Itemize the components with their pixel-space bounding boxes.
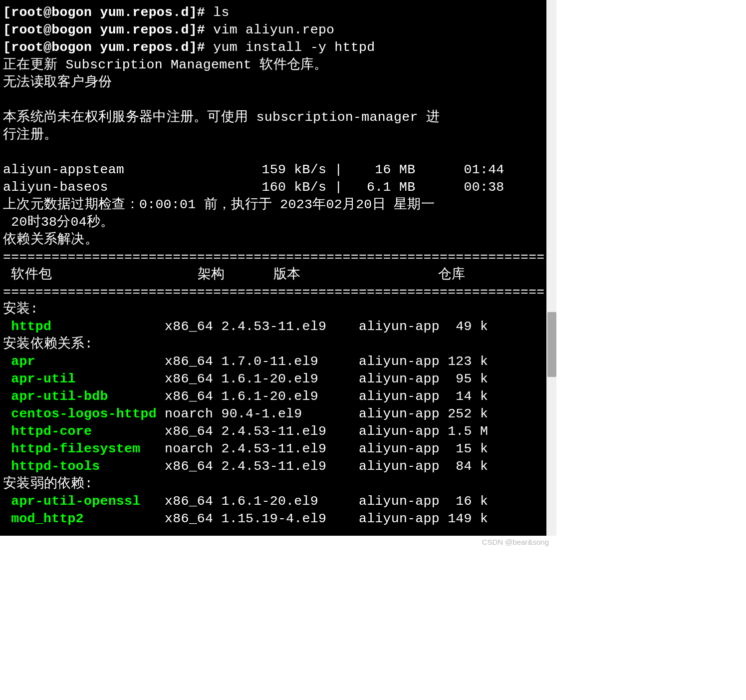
repo-download-0: aliyun-appsteam 159 kB/s | 16 MB 01:44: [3, 161, 543, 179]
pkg-name-deps-6: httpd-tools: [11, 459, 157, 474]
pkg-row-deps-0: apr x86_64 1.7.0-11.el9 aliyun-app 123 k: [3, 353, 543, 370]
pkg-row-deps-5: httpd-filesystem noarch 2.4.53-11.el9 al…: [3, 440, 543, 458]
pkg-name-install-0: httpd: [11, 319, 157, 334]
pkg-name-deps-1: apr-util: [11, 371, 157, 386]
metadata-line-1: 上次元数据过期检查：0:00:01 前，执行于 2023年02月20日 星期一: [3, 196, 543, 214]
msg-cannot-read: 无法读取客户身份: [3, 74, 543, 91]
pkg-row-deps-1: apr-util x86_64 1.6.1-20.el9 aliyun-app …: [3, 370, 543, 388]
section-weak: 安装弱的依赖:: [3, 475, 543, 493]
pkg-name-weak-0: apr-util-openssl: [11, 494, 157, 509]
scrollbar-thumb[interactable]: [547, 312, 556, 377]
pkg-row-deps-3: centos-logos-httpd noarch 90.4-1.el9 ali…: [3, 405, 543, 423]
pkg-name-deps-2: apr-util-bdb: [11, 389, 157, 404]
pkg-name-deps-4: httpd-core: [11, 424, 157, 439]
scrollbar-track[interactable]: [546, 0, 556, 536]
pkg-row-deps-2: apr-util-bdb x86_64 1.6.1-20.el9 aliyun-…: [3, 388, 543, 405]
pkg-row-deps-4: httpd-core x86_64 2.4.53-11.el9 aliyun-a…: [3, 423, 543, 440]
section-install: 安装:: [3, 301, 543, 318]
msg-not-registered-2: 行注册。: [3, 126, 543, 144]
table-divider-bottom: ========================================…: [3, 284, 543, 301]
table-header: 软件包 架构 版本 仓库 大小: [3, 266, 543, 284]
table-divider-top: ========================================…: [3, 249, 543, 266]
pkg-row-install-0: httpd x86_64 2.4.53-11.el9 aliyun-app 49…: [3, 318, 543, 336]
blank-line: [3, 144, 543, 161]
repo-download-1: aliyun-baseos 160 kB/s | 6.1 MB 00:38: [3, 179, 543, 196]
terminal-output[interactable]: [root@bogon yum.repos.d]# ls[root@bogon …: [0, 0, 546, 536]
msg-not-registered-1: 本系统尚未在权利服务器中注册。可使用 subscription-manager …: [3, 109, 543, 126]
deps-resolved: 依赖关系解决。: [3, 231, 543, 249]
command-line-1: [root@bogon yum.repos.d]# vim aliyun.rep…: [3, 21, 543, 39]
command-line-0: [root@bogon yum.repos.d]# ls: [3, 4, 543, 21]
section-deps: 安装依赖关系:: [3, 336, 543, 353]
pkg-name-deps-5: httpd-filesystem: [11, 441, 157, 456]
pkg-row-weak-1: mod_http2 x86_64 1.15.19-4.el9 aliyun-ap…: [3, 510, 543, 528]
pkg-row-weak-0: apr-util-openssl x86_64 1.6.1-20.el9 ali…: [3, 493, 543, 510]
pkg-row-deps-6: httpd-tools x86_64 2.4.53-11.el9 aliyun-…: [3, 458, 543, 475]
msg-updating: 正在更新 Subscription Management 软件仓库。: [3, 56, 543, 74]
metadata-line-2: 20时38分04秒。: [3, 214, 543, 231]
pkg-name-weak-1: mod_http2: [11, 511, 157, 526]
pkg-name-deps-0: apr: [11, 354, 157, 369]
watermark-text: CSDN @bear&song: [482, 538, 549, 546]
blank-line: [3, 91, 543, 109]
command-line-2: [root@bogon yum.repos.d]# yum install -y…: [3, 39, 543, 56]
pkg-name-deps-3: centos-logos-httpd: [11, 406, 157, 421]
